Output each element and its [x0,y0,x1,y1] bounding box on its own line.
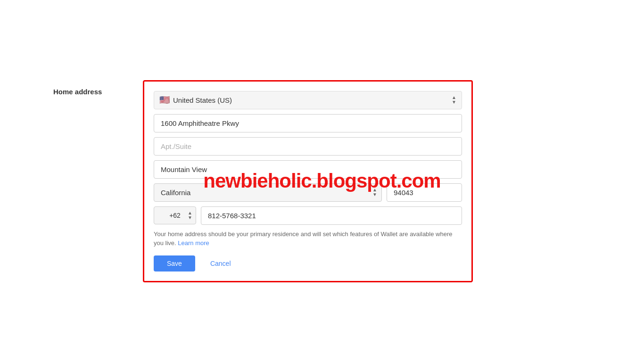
state-select-wrapper: California Alabama Alaska Arizona Arkans… [154,183,382,202]
city-input[interactable] [154,160,462,179]
city-field [154,160,462,179]
phone-input[interactable] [201,206,462,225]
street-address-input[interactable] [154,114,462,132]
save-button[interactable]: Save [154,255,195,272]
country-code-select[interactable]: +62 +1 +44 +61 +81 +86 +91 [154,206,196,224]
country-code-wrapper: +62 +1 +44 +61 +81 +86 +91 ▲▼ [154,206,196,225]
apt-suite-field [154,137,462,156]
zip-input[interactable] [387,183,462,202]
country-select-wrapper: 🇺🇸 United States (US) ▲▼ [154,91,462,109]
content-area: Home address 🇺🇸 United States (US) ▲▼ [39,66,605,296]
apt-suite-input[interactable] [154,137,462,156]
street-address-field [154,114,462,132]
form-container: 🇺🇸 United States (US) ▲▼ [143,80,473,282]
country-field: 🇺🇸 United States (US) ▲▼ [154,91,462,109]
info-text-container: Your home address should be your primary… [154,230,462,248]
state-zip-row: California Alabama Alaska Arizona Arkans… [154,183,462,202]
state-select[interactable]: California Alabama Alaska Arizona Arkans… [154,183,382,202]
phone-row: +62 +1 +44 +61 +81 +86 +91 ▲▼ [154,206,462,225]
section-label: Home address [53,80,124,96]
cancel-button[interactable]: Cancel [205,255,237,272]
learn-more-link[interactable]: Learn more [178,239,209,247]
button-row: Save Cancel [154,255,462,272]
page-container: Home address 🇺🇸 United States (US) ▲▼ [0,0,644,362]
country-select[interactable]: United States (US) [154,91,462,109]
